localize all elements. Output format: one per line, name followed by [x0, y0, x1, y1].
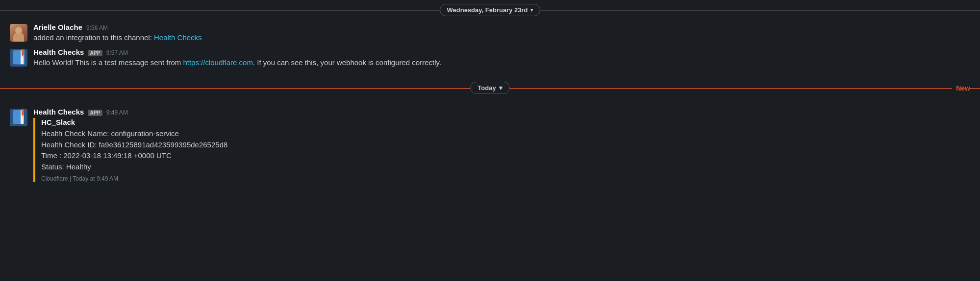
- message-content-healthchecks-2: Health Checks APP 9:49 AM HC_Slack Healt…: [33, 108, 970, 182]
- chevron-down-icon: ▾: [530, 7, 533, 13]
- sender-name-healthchecks-1: Health Checks: [33, 48, 84, 56]
- message-text-arielle: added an integration to this channel: He…: [33, 32, 970, 43]
- date-label-wednesday: Wednesday, February 23rd: [447, 6, 528, 14]
- new-badge: New: [952, 84, 970, 92]
- message-header-healthchecks-2: Health Checks APP 9:49 AM: [33, 108, 970, 116]
- today-label: Today: [477, 84, 496, 92]
- avatar-healthchecks: [10, 49, 27, 67]
- app-badge-2: APP: [88, 110, 102, 116]
- avatar-image-arielle: [10, 24, 27, 42]
- svg-rect-9: [22, 109, 24, 115]
- book-icon-2: [11, 109, 26, 126]
- attachment-field-3: Status: Healthy: [41, 162, 970, 173]
- svg-rect-4: [22, 49, 24, 55]
- message-header-healthchecks-1: Health Checks APP 9:57 AM: [33, 48, 970, 56]
- today-pill[interactable]: Today ▾: [470, 82, 509, 94]
- message-prefix-arielle: added an integration to this channel:: [33, 33, 154, 42]
- message-content-arielle: Arielle Olache 9:56 AM added an integrat…: [33, 23, 970, 43]
- book-icon: [11, 49, 26, 67]
- message-content-healthchecks-1: Health Checks APP 9:57 AM Hello World! T…: [33, 48, 970, 68]
- message-prefix-hc1: Hello World! This is a test message sent…: [33, 58, 183, 67]
- health-checks-link[interactable]: Health Checks: [154, 33, 202, 42]
- message-header-arielle: Arielle Olache 9:56 AM: [33, 23, 970, 31]
- message-group-healthchecks-2: Health Checks APP 9:49 AM HC_Slack Healt…: [0, 106, 980, 184]
- attachment-footer: Cloudflare | Today at 9:49 AM: [41, 175, 970, 182]
- date-pill-wednesday[interactable]: Wednesday, February 23rd ▾: [440, 4, 541, 16]
- attachment-field-0: Health Check Name: configuration-service: [41, 128, 970, 140]
- message-suffix-hc1: . If you can see this, your webhook is c…: [253, 58, 441, 67]
- timestamp-arielle: 9:56 AM: [86, 24, 108, 31]
- sender-name-arielle: Arielle Olache: [33, 23, 82, 31]
- attachment-title: HC_Slack: [41, 118, 970, 126]
- message-group-healthchecks-1: Health Checks APP 9:57 AM Hello World! T…: [0, 46, 980, 70]
- today-divider: Today ▾ New: [0, 74, 980, 102]
- message-group-arielle: Arielle Olache 9:56 AM added an integrat…: [0, 21, 980, 45]
- today-chevron-icon: ▾: [499, 84, 503, 92]
- attachment-field-2: Time : 2022-03-18 13:49:18 +0000 UTC: [41, 150, 970, 162]
- app-badge-1: APP: [88, 50, 102, 56]
- attachment-field-1: Health Check ID: fa9e36125891ad423599395…: [41, 140, 970, 151]
- avatar-image-app: [10, 49, 27, 67]
- chat-container: Wednesday, February 23rd ▾ Arielle Olach…: [0, 0, 980, 184]
- avatar-arielle: [10, 24, 27, 42]
- attachment-card: HC_Slack Health Check Name: configuratio…: [33, 118, 970, 182]
- timestamp-healthchecks-1: 9:57 AM: [106, 49, 128, 56]
- timestamp-healthchecks-2: 9:49 AM: [106, 109, 128, 116]
- avatar-healthchecks-2: [10, 109, 27, 126]
- date-divider-wednesday: Wednesday, February 23rd ▾: [0, 0, 980, 20]
- cloudflare-link[interactable]: https://cloudflare.com: [183, 58, 253, 67]
- message-text-healthchecks-1: Hello World! This is a test message sent…: [33, 57, 970, 68]
- sender-name-healthchecks-2: Health Checks: [33, 108, 84, 116]
- avatar-image-app-2: [10, 109, 27, 126]
